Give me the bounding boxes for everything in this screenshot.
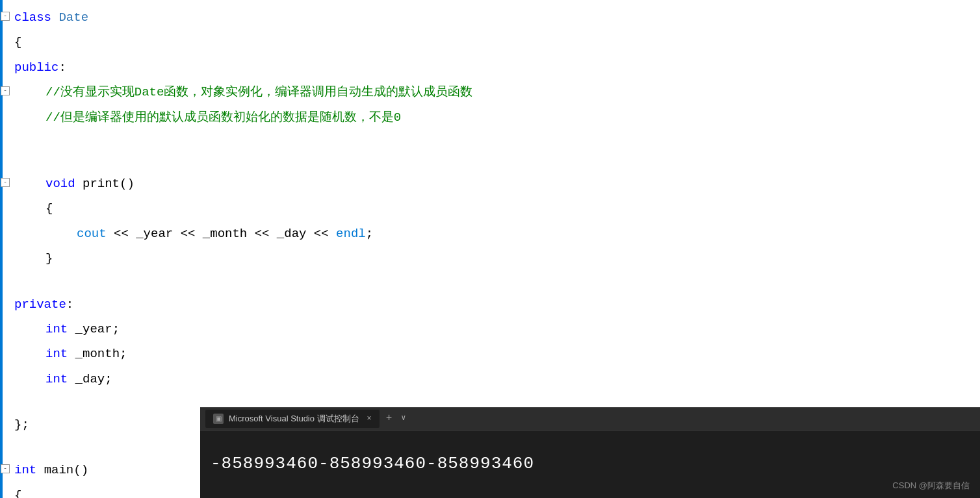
code-line: cout << _year << _month << _day << endl;	[0, 221, 980, 246]
terminal-tab[interactable]: ▣ Microsoft Visual Studio 调试控制台 ×	[205, 410, 380, 429]
token: {	[14, 35, 21, 49]
code-line: public:	[0, 55, 980, 80]
collapse-icon[interactable]: -	[1, 178, 10, 187]
code-line: {	[0, 196, 980, 221]
token: int	[14, 463, 36, 477]
code-line: //但是编译器使用的默认成员函数初始化的数据是随机数，不是0	[0, 105, 980, 130]
gutter	[0, 30, 12, 32]
token: ()	[73, 463, 88, 477]
token: _month;	[68, 347, 127, 361]
code-content[interactable]: cout << _year << _month << _day << endl;	[12, 221, 980, 246]
token: {	[14, 488, 21, 498]
collapse-icon[interactable]: -	[1, 86, 10, 95]
gutter	[0, 483, 12, 486]
code-content[interactable]	[12, 151, 980, 156]
code-content[interactable]	[12, 271, 980, 277]
code-line	[0, 130, 980, 151]
code-line: {	[0, 30, 980, 55]
gutter	[0, 392, 12, 394]
token: cout	[77, 227, 107, 241]
token: //但是编译器使用的默认成员函数初始化的数据是随机数，不是0	[45, 110, 401, 125]
gutter	[0, 105, 12, 108]
terminal-tab-icon: ▣	[213, 414, 224, 424]
gutter	[0, 342, 12, 344]
gutter	[0, 412, 12, 415]
code-content[interactable]: public:	[12, 55, 980, 80]
gutter: -	[0, 458, 12, 473]
terminal-chevron-button[interactable]: ∨	[398, 412, 408, 425]
token: endl	[336, 227, 366, 241]
code-content[interactable]: }	[12, 246, 980, 271]
code-content[interactable]: int _year;	[12, 317, 980, 342]
token: main	[44, 463, 74, 477]
code-content[interactable]: int _day;	[12, 367, 980, 392]
token: ()	[120, 177, 135, 191]
token: class	[14, 10, 51, 25]
token: };	[14, 417, 29, 432]
token: int	[45, 347, 68, 361]
gutter	[0, 437, 12, 440]
gutter: -	[0, 80, 12, 95]
terminal-output: -858993460-858993460-858993460	[211, 451, 534, 478]
gutter	[0, 367, 12, 369]
token: //没有显示实现Date函数，对象实例化，编译器调用自动生成的默认成员函数	[45, 85, 472, 99]
code-content[interactable]: void print()	[12, 171, 980, 196]
gutter	[0, 221, 12, 224]
terminal-add-button[interactable]: +	[382, 410, 396, 427]
code-line: -//没有显示实现Date函数，对象实例化，编译器调用自动生成的默认成员函数	[0, 80, 980, 105]
code-content[interactable]: {	[12, 196, 980, 221]
terminal-tab-label: Microsoft Visual Studio 调试控制台	[229, 412, 359, 426]
token: private	[14, 297, 66, 312]
token: void	[45, 177, 75, 191]
token: }	[45, 251, 53, 266]
code-content[interactable]: //没有显示实现Date函数，对象实例化，编译器调用自动生成的默认成员函数	[12, 80, 980, 105]
token: int	[45, 322, 68, 336]
code-line: -class Date	[0, 5, 980, 30]
terminal-body: -858993460-858993460-858993460 CSDN @阿森要…	[200, 430, 980, 498]
collapse-icon[interactable]: -	[1, 12, 10, 21]
token: print	[83, 177, 120, 191]
token: _year;	[68, 322, 120, 336]
code-content[interactable]: {	[12, 30, 980, 55]
gutter	[0, 130, 12, 132]
token: _day;	[68, 372, 112, 386]
token: {	[45, 201, 53, 216]
code-content[interactable]: private:	[12, 292, 980, 317]
code-line: }	[0, 246, 980, 271]
terminal-watermark: CSDN @阿森要自信	[892, 479, 970, 493]
token: public	[14, 60, 58, 75]
token: ;	[366, 227, 373, 241]
token: :	[66, 297, 73, 312]
code-line	[0, 151, 980, 171]
code-content[interactable]: //但是编译器使用的默认成员函数初始化的数据是随机数，不是0	[12, 105, 980, 130]
terminal-panel: ▣ Microsoft Visual Studio 调试控制台 × + ∨ -8…	[200, 407, 980, 498]
code-line: int _year;	[0, 317, 980, 342]
code-line: private:	[0, 292, 980, 317]
code-line: int _day;	[0, 367, 980, 392]
collapse-icon[interactable]: -	[1, 464, 10, 473]
code-editor: -class Date{public:-//没有显示实现Date函数，对象实例化…	[0, 0, 980, 498]
terminal-tab-bar: ▣ Microsoft Visual Studio 调试控制台 × + ∨	[200, 408, 980, 430]
gutter	[0, 271, 12, 274]
code-content[interactable]	[12, 130, 980, 135]
code-line: -void print()	[0, 171, 980, 196]
gutter: -	[0, 5, 12, 21]
gutter	[0, 246, 12, 249]
code-content[interactable]: int _month;	[12, 342, 980, 366]
gutter	[0, 292, 12, 295]
gutter: -	[0, 171, 12, 187]
gutter	[0, 55, 12, 58]
token: Date	[58, 10, 88, 25]
code-line: int _month;	[0, 342, 980, 366]
code-content[interactable]	[12, 392, 980, 397]
terminal-close-button[interactable]: ×	[367, 412, 372, 425]
code-line	[0, 271, 980, 292]
gutter	[0, 151, 12, 153]
code-content[interactable]: class Date	[12, 5, 980, 30]
gutter	[0, 317, 12, 319]
token: :	[58, 60, 66, 75]
token: << _year << _month << _day <<	[107, 227, 336, 241]
gutter	[0, 196, 12, 199]
token: int	[45, 372, 68, 386]
